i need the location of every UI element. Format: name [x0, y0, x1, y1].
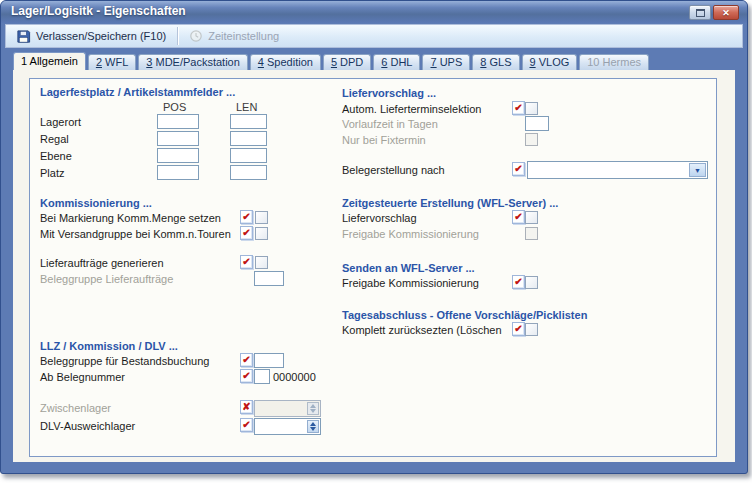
window-controls: ✕: [689, 5, 739, 20]
restore-icon: [696, 9, 705, 17]
autom-lieferterminselektion-checkbox[interactable]: [525, 102, 538, 115]
label-versandgruppe-touren: Mit Versandgruppe bei Komm.n.Touren: [40, 228, 231, 240]
label-ab-belegnummer: Ab Belegnummer: [40, 371, 125, 383]
regal-pos-input[interactable]: [157, 131, 199, 146]
label-freigabe-kommissionierung-senden: Freigabe Kommissionierung: [342, 277, 479, 289]
label-zwischenlager: Zwischenlager: [40, 402, 111, 414]
time-setting-button: Zeiteinstellung: [183, 27, 285, 45]
spin-up-icon: [310, 422, 316, 426]
tab-page-allgemein: Lagerfestplatz / Artikelstammfelder ... …: [13, 70, 735, 462]
dropdown-button[interactable]: ▼: [689, 163, 706, 177]
time-setting-label: Zeiteinstellung: [208, 30, 279, 42]
column-header-pos: POS: [163, 101, 186, 113]
tab-spedition[interactable]: 4 Spedition: [250, 54, 321, 70]
komplett-zuruecksetzen-checkbox[interactable]: [525, 323, 538, 336]
modified-check-icon[interactable]: ✔: [240, 353, 253, 367]
belegnummer-value: 0000000: [273, 371, 316, 383]
label-dlv-ausweichlager: DLV-Ausweichlager: [40, 420, 135, 432]
save-exit-button[interactable]: Verlassen/Speichern (F10): [10, 27, 172, 46]
nur-bei-fixtermin-checkbox: [525, 133, 538, 146]
label-komplett-zuruecksetzen: Komplett zurücksezten (Löschen: [342, 324, 502, 336]
modified-check-icon[interactable]: ✔: [240, 210, 253, 224]
tab-hermes: 10 Hermes: [579, 54, 649, 70]
regal-len-input[interactable]: [230, 131, 267, 146]
modified-check-icon[interactable]: ✔: [240, 369, 253, 383]
tab-dpd[interactable]: 5 DPD: [323, 54, 371, 70]
save-exit-label: Verlassen/Speichern (F10): [36, 30, 166, 42]
restore-button[interactable]: [689, 5, 711, 20]
dialog-window: Lager/Logisitk - Eigenschaften ✕ Verlass…: [0, 0, 748, 474]
label-beleggruppe-lieferauftraege: Beleggruppe Lieferaufträge: [40, 273, 173, 285]
modified-check-icon[interactable]: ✔: [512, 162, 525, 176]
versandgruppe-touren-checkbox[interactable]: [255, 227, 268, 240]
label-liefervorschlag: Liefervorschlag: [342, 212, 417, 224]
section-header-kommissionierung: Kommissionierung ...: [40, 197, 152, 209]
section-header-lagerfestplatz: Lagerfestplatz / Artikelstammfelder ...: [40, 86, 235, 98]
vorlaufzeit-input[interactable]: [525, 116, 549, 131]
freigabe-kommissionierung-checkbox: [525, 227, 538, 240]
lagerort-len-input[interactable]: [230, 114, 267, 129]
form-panel: Lagerfestplatz / Artikelstammfelder ... …: [29, 78, 717, 457]
label-ebene: Ebene: [40, 150, 72, 162]
close-icon: ✕: [722, 8, 730, 18]
section-header-zeitgesteuert: Zeitgesteuerte Erstellung (WFL-Server) .…: [342, 197, 558, 209]
tab-ups[interactable]: 7 UPS: [422, 54, 470, 70]
label-regal: Regal: [40, 133, 69, 145]
section-header-senden-wfl: Senden an WFL-Server ...: [342, 262, 475, 274]
ab-belegnummer-input[interactable]: [254, 369, 270, 384]
spin-down-icon: [310, 409, 316, 413]
platz-pos-input[interactable]: [157, 165, 199, 180]
section-header-tagesabschluss: Tagesabschluss - Offene Vorschläge/Pickl…: [342, 309, 587, 321]
ebene-len-input[interactable]: [230, 148, 267, 163]
tab-wfl[interactable]: 2 WFL: [88, 54, 136, 70]
label-nur-bei-fixtermin: Nur bei Fixtermin: [342, 134, 426, 146]
close-button[interactable]: ✕: [713, 5, 739, 20]
platz-len-input[interactable]: [230, 165, 267, 180]
belegerstellung-dropdown[interactable]: ▼: [527, 161, 708, 179]
modified-check-icon[interactable]: ✔: [512, 210, 525, 224]
modified-cross-icon[interactable]: ✘: [240, 400, 253, 414]
modified-check-icon[interactable]: ✔: [240, 418, 253, 432]
tab-vlog[interactable]: 9 VLOG: [522, 54, 578, 70]
spinner-buttons: [307, 402, 319, 415]
label-beleggruppe-bestandsbuchung: Beleggruppe für Bestandsbuchung: [40, 355, 209, 367]
modified-check-icon[interactable]: ✔: [512, 322, 525, 336]
label-belegerstellung-nach: Belegerstellung nach: [342, 164, 445, 176]
tab-mde-packstation[interactable]: 3 MDE/Packstation: [138, 54, 248, 70]
section-header-liefervorschlag: Liefervorschlag ...: [342, 87, 436, 99]
label-autom-lieferterminselektion: Autom. Lieferterminselektion: [342, 103, 481, 115]
tab-gls[interactable]: 8 GLS: [472, 54, 519, 70]
spinner-buttons[interactable]: [307, 420, 319, 433]
lieferauftraege-generieren-checkbox[interactable]: [255, 256, 268, 269]
column-header-len: LEN: [236, 101, 257, 113]
modified-check-icon[interactable]: ✔: [240, 226, 253, 240]
toolbar-separator: [177, 27, 178, 45]
tab-dhl[interactable]: 6 DHL: [373, 54, 420, 70]
dlv-ausweichlager-spinner[interactable]: [254, 418, 321, 435]
save-icon: [16, 29, 31, 44]
label-lagerort: Lagerort: [40, 116, 81, 128]
titlebar: Lager/Logisitk - Eigenschaften ✕: [1, 1, 747, 23]
section-header-llz: LLZ / Kommission / DLV ...: [40, 340, 178, 352]
spin-up-icon: [310, 404, 316, 408]
label-vorlaufzeit: Vorlaufzeit in Tagen: [342, 118, 438, 130]
zwischenlager-spinner: [254, 400, 321, 417]
beleggruppe-lieferauftraege-input[interactable]: [254, 271, 284, 286]
freigabe-kommissionierung-senden-checkbox[interactable]: [525, 276, 538, 289]
modified-check-icon[interactable]: ✔: [512, 101, 525, 115]
lagerort-pos-input[interactable]: [157, 114, 199, 129]
markierung-kommmenge-checkbox[interactable]: [255, 211, 268, 224]
modified-check-icon[interactable]: ✔: [240, 255, 253, 269]
clock-icon: [189, 29, 203, 43]
toolbar: Verlassen/Speichern (F10) Zeiteinstellun…: [5, 24, 743, 48]
liefervorschlag-checkbox[interactable]: [525, 211, 538, 224]
tab-allgemein[interactable]: 1 Allgemein: [13, 52, 86, 70]
ebene-pos-input[interactable]: [157, 148, 199, 163]
beleggruppe-bestandsbuchung-input[interactable]: [254, 353, 284, 368]
modified-check-icon[interactable]: ✔: [512, 275, 525, 289]
chevron-down-icon: ▼: [694, 167, 701, 174]
screen: Lager/Logisitk - Eigenschaften ✕ Verlass…: [0, 0, 752, 484]
label-lieferauftraege-generieren: Lieferaufträge generieren: [40, 257, 164, 269]
label-freigabe-kommissionierung: Freigabe Kommissionierung: [342, 228, 479, 240]
window-title: Lager/Logisitk - Eigenschaften: [11, 4, 186, 18]
